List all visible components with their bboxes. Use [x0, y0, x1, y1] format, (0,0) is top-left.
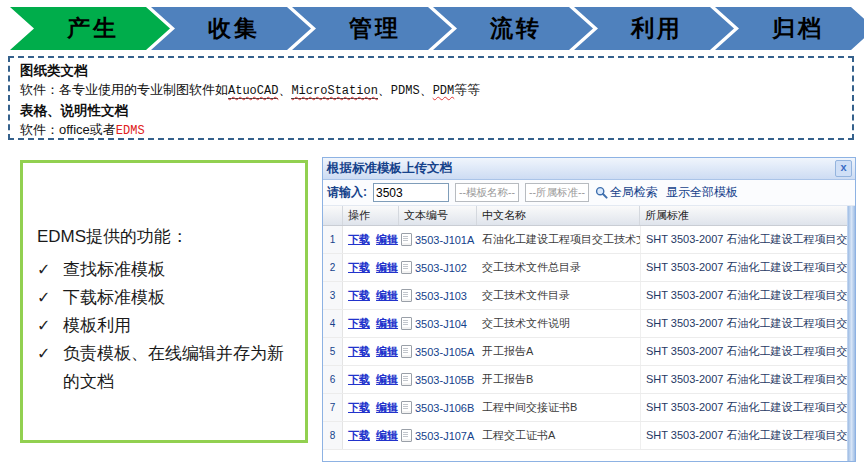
document-icon: [401, 345, 412, 358]
note-title-forms: 表格、说明性文档: [20, 101, 842, 120]
process-flow: 产生 收集 管理 流转 利用 归档: [10, 7, 864, 50]
search-input[interactable]: [373, 183, 449, 202]
header-standard: 所属标准: [640, 206, 855, 225]
download-link[interactable]: 下载: [348, 261, 370, 273]
document-icon: [401, 401, 412, 414]
doc-name: 开工报告B: [477, 372, 640, 387]
edit-link[interactable]: 编辑: [376, 317, 398, 329]
row-number: 2: [323, 254, 343, 281]
checkmark-icon: ✓: [37, 340, 63, 396]
standard-filter[interactable]: --所属标准--: [525, 183, 589, 202]
edit-link[interactable]: 编辑: [376, 401, 398, 413]
doc-standard: SHT 3503-2007 石油化工建设工程项目交工…: [640, 422, 855, 449]
edit-link[interactable]: 编辑: [376, 373, 398, 385]
edms-feature-item: ✓ 负责模板、在线编辑并存为新的文档: [37, 340, 299, 396]
edit-link[interactable]: 编辑: [376, 261, 398, 273]
download-link[interactable]: 下载: [348, 429, 370, 441]
doc-code-cell: 3503-J106B: [399, 401, 477, 414]
row-number: 4: [323, 310, 343, 337]
doc-code-cell: 3503-J103: [399, 289, 477, 302]
note-line-drawing-software: 软件：各专业使用的专业制图软件如AtuoCAD、MicroStation、PDM…: [20, 80, 842, 101]
row-actions: 下载 编辑: [343, 316, 399, 331]
dialog-titlebar: 根据标准模板上传文档 x: [323, 158, 855, 180]
flow-step-circulate: 流转: [433, 7, 593, 50]
doc-name: 交工技术文件目录: [477, 288, 640, 303]
table-row: 8 下载 编辑 3503-J107A 工程交工证书A SHT 3503-2007…: [323, 422, 855, 450]
table-body: 1 下载 编辑 3503-J101A 石油化工建设工程项目交工技术文件封面A S…: [323, 226, 855, 450]
search-toolbar: 请输入: --模板名称-- --所属标准-- 全局检索 显示全部模板: [323, 180, 855, 206]
doc-code-cell: 3503-J101A: [399, 233, 477, 246]
edit-link[interactable]: 编辑: [376, 429, 398, 441]
table-row: 5 下载 编辑 3503-J105A 开工报告A SHT 3503-2007 石…: [323, 338, 855, 366]
edit-link[interactable]: 编辑: [376, 233, 398, 245]
table-row: 4 下载 编辑 3503-J104 交工技术文件说明 SHT 3503-2007…: [323, 310, 855, 338]
template-upload-dialog: 根据标准模板上传文档 x 请输入: --模板名称-- --所属标准-- 全局检索…: [322, 157, 856, 462]
document-icon: [401, 233, 412, 246]
document-icon: [401, 429, 412, 442]
edit-link[interactable]: 编辑: [376, 289, 398, 301]
doc-code: 3503-J104: [415, 318, 467, 330]
download-link[interactable]: 下载: [348, 401, 370, 413]
doc-code: 3503-J106B: [415, 402, 474, 414]
row-actions: 下载 编辑: [343, 260, 399, 275]
table-row: 2 下载 编辑 3503-J102 交工技术文件总目录 SHT 3503-200…: [323, 254, 855, 282]
download-link[interactable]: 下载: [348, 345, 370, 357]
global-search-button[interactable]: 全局检索: [595, 184, 658, 201]
software-microstation: MicroStation: [291, 84, 377, 99]
software-atuocad: AtuoCAD: [228, 84, 278, 99]
edms-feature-item: ✓ 查找标准模板: [37, 256, 299, 284]
row-number: 7: [323, 394, 343, 421]
row-number: 5: [323, 338, 343, 365]
row-actions: 下载 编辑: [343, 288, 399, 303]
document-icon: [401, 289, 412, 302]
download-link[interactable]: 下载: [348, 289, 370, 301]
table-row: 6 下载 编辑 3503-J105B 开工报告B SHT 3503-2007 石…: [323, 366, 855, 394]
edms-feature-item: ✓ 模板利用: [37, 312, 299, 340]
edit-link[interactable]: 编辑: [376, 345, 398, 357]
row-actions: 下载 编辑: [343, 372, 399, 387]
doc-standard: SHT 3503-2007 石油化工建设工程项目交工…: [640, 338, 855, 365]
software-edms: EDMS: [116, 124, 145, 138]
vertical-scrollbar[interactable]: [847, 206, 855, 461]
row-number: 8: [323, 422, 343, 449]
doc-code: 3503-J101A: [415, 234, 474, 246]
document-icon: [401, 261, 412, 274]
magnifier-icon: [595, 186, 608, 199]
doc-code: 3503-J107A: [415, 430, 474, 442]
close-icon[interactable]: x: [835, 160, 852, 177]
table-row: 3 下载 编辑 3503-J103 交工技术文件目录 SHT 3503-2007…: [323, 282, 855, 310]
doc-standard: SHT 3503-2007 石油化工建设工程项目交工…: [640, 254, 855, 281]
doc-standard: SHT 3503-2007 石油化工建设工程项目交工…: [640, 394, 855, 421]
row-actions: 下载 编辑: [343, 400, 399, 415]
download-link[interactable]: 下载: [348, 373, 370, 385]
software-pdms: PDMS: [391, 84, 420, 98]
show-all-templates-button[interactable]: 显示全部模板: [666, 184, 738, 201]
flow-step-archive: 归档: [715, 7, 864, 50]
note-line-office-software: 软件：office或者EDMS: [20, 120, 842, 141]
doc-name: 开工报告A: [477, 344, 640, 359]
doc-code: 3503-J105A: [415, 346, 474, 358]
download-link[interactable]: 下载: [348, 317, 370, 329]
doc-code-cell: 3503-J107A: [399, 429, 477, 442]
doc-standard: SHT 3503-2007 石油化工建设工程项目交工…: [640, 310, 855, 337]
row-number: 6: [323, 366, 343, 393]
doc-standard: SHT 3503-2007 石油化工建设工程项目交工…: [640, 226, 855, 253]
document-icon: [401, 373, 412, 386]
search-label: 请输入:: [327, 184, 367, 201]
doc-standard: SHT 3503-2007 石油化工建设工程项目交工…: [640, 366, 855, 393]
row-number: 1: [323, 226, 343, 253]
slide-canvas: 产生 收集 管理 流转 利用 归档 图纸类文档 软件：各专业使用的专业制图软件如…: [0, 0, 864, 466]
table-row: 1 下载 编辑 3503-J101A 石油化工建设工程项目交工技术文件封面A S…: [323, 226, 855, 254]
header-doc-code: 文本编号: [399, 206, 477, 225]
download-link[interactable]: 下载: [348, 233, 370, 245]
row-actions: 下载 编辑: [343, 428, 399, 443]
doc-name: 工程中间交接证书B: [477, 400, 640, 415]
template-name-filter[interactable]: --模板名称--: [455, 183, 519, 202]
flow-step-produce: 产生: [10, 7, 170, 50]
document-icon: [401, 317, 412, 330]
row-number: 3: [323, 282, 343, 309]
software-pdm: PDM: [433, 84, 455, 98]
doc-standard: SHT 3503-2007 石油化工建设工程项目交工…: [640, 282, 855, 309]
doc-code: 3503-J103: [415, 290, 467, 302]
dialog-title: 根据标准模板上传文档: [327, 160, 835, 177]
